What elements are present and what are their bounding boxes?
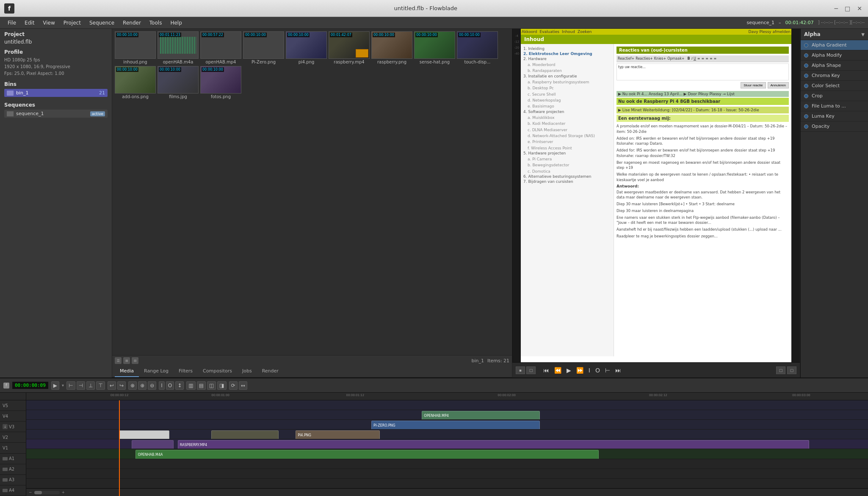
clip-pizero[interactable]: PI-ZERO.PNG <box>371 421 540 430</box>
monitor-btn-2[interactable]: □ <box>526 366 536 374</box>
tl-btn-snap[interactable]: ⊣ <box>77 381 85 390</box>
doc-highlight[interactable]: ▶ Lise Minet Weiterbildung: [02/04/22] -… <box>616 107 789 113</box>
tl-comp-btn2[interactable]: ▤ <box>197 381 206 390</box>
track-v1[interactable]: RASPBERRY.MP4 <box>26 439 868 449</box>
doc-reply-cancel-btn[interactable]: Annuleren <box>768 82 789 88</box>
doc-nav-evaluaties[interactable]: Evaluaties <box>540 30 560 34</box>
clip-pi4-1[interactable] <box>211 430 279 439</box>
menu-project[interactable]: Project <box>59 18 85 28</box>
menu-file[interactable]: File <box>3 18 20 28</box>
menu-view[interactable]: View <box>39 18 59 28</box>
tab-media[interactable]: Media <box>115 366 139 377</box>
filter-item-crop[interactable]: Crop <box>801 91 868 101</box>
media-item-openhab-audio[interactable]: 00:01:11:23 openHAB.m4a <box>158 31 199 64</box>
arrow-tool-btn[interactable]: ▶ <box>51 381 59 390</box>
filter-item-alpha-modify[interactable]: Alpha Modify <box>801 50 868 61</box>
filter-item-luma-key[interactable]: Luma Key <box>801 111 868 121</box>
tl-comp-btn1[interactable]: ▥ <box>186 381 195 390</box>
clip-pi4-png[interactable]: PI4.PNG <box>296 430 380 439</box>
tab-filters[interactable]: Filters <box>174 366 198 377</box>
v3-toggle[interactable]: ↓ <box>3 424 8 429</box>
menu-edit[interactable]: Edit <box>20 18 39 28</box>
doc-reply-input[interactable]: typ uw reactie... <box>616 63 789 80</box>
doc-post-title-1[interactable]: ▶ Nu ook Pi 4... Ansdag 13 April... ▶ Do… <box>616 91 789 97</box>
tl-zoom-plus[interactable]: + <box>62 490 65 494</box>
media-item-raspberry-png[interactable]: 00:00:10:00 raspberry.png <box>371 31 412 64</box>
media-item-sense-hat[interactable]: 00:00:10:00 sense-hat.png <box>414 31 455 64</box>
menu-help[interactable]: Help <box>166 18 186 28</box>
media-item-raspberry-video[interactable]: 00:01:42:07 raspberry.mp4 <box>329 31 370 64</box>
step-fwd-btn[interactable]: ⏩ <box>575 366 585 375</box>
doc-reply-send-btn[interactable]: Stuur reactie <box>741 82 766 88</box>
clip-v1-small[interactable] <box>132 440 174 449</box>
a1-mute-btn[interactable] <box>3 457 8 460</box>
menu-sequence[interactable]: Sequence <box>85 18 119 28</box>
tl-add-btn[interactable]: ⊕ <box>128 381 137 390</box>
tl-mark-out-btn[interactable]: O <box>166 381 174 390</box>
track-a3[interactable] <box>26 469 868 479</box>
filter-item-file-luma[interactable]: File Luma to ... <box>801 101 868 111</box>
clip-openhab-mp4[interactable]: OPENHAB.MP4 <box>422 411 539 420</box>
filter-item-opacity[interactable]: Opacity <box>801 121 868 132</box>
media-item-pi4[interactable]: 00:00:10:00 pi4.png <box>286 31 327 64</box>
a3-mute-btn[interactable] <box>3 478 8 482</box>
timeline-timecode[interactable]: 00:00:00:09 <box>12 381 49 389</box>
tl-redo-btn[interactable]: ↪ <box>117 381 126 390</box>
doc-nav-inhoud[interactable]: Inhoud <box>562 30 575 34</box>
filter-item-alpha-gradient[interactable]: Alpha Gradient <box>801 40 868 50</box>
tl-play-range-btn[interactable]: ↔ <box>239 381 247 390</box>
tl-btn-ripple[interactable]: ⊥ <box>86 381 95 390</box>
doc-nav-zoeken[interactable]: Zoeken <box>578 30 592 34</box>
monitor-btn-1[interactable]: ▪ <box>516 366 525 374</box>
media-details-icon[interactable]: ⊟ <box>132 357 138 364</box>
menu-tools[interactable]: Tools <box>145 18 166 28</box>
tl-zoom-out-btn[interactable]: ⊖ <box>148 381 156 390</box>
media-list-view-icon[interactable]: ☰ <box>115 357 122 364</box>
filter-item-chroma-key[interactable]: Chroma Key <box>801 71 868 81</box>
a4-mute-btn[interactable] <box>3 489 8 492</box>
tab-jobs[interactable]: Jobs <box>237 366 257 377</box>
tl-comp-btn4[interactable]: ◨ <box>217 381 226 390</box>
track-v5[interactable] <box>26 400 868 410</box>
play-btn[interactable]: ▶ <box>565 366 573 375</box>
tl-btn-overwrite[interactable]: ⊤ <box>96 381 105 390</box>
step-back-btn[interactable]: ⏪ <box>553 366 563 375</box>
tl-play-loop-btn[interactable]: ⟳ <box>229 381 238 390</box>
media-item-inhoud[interactable]: 00:00:10:00 inhoud.png <box>115 31 156 64</box>
filter-item-color-select[interactable]: Color Select <box>801 81 868 91</box>
tl-mark-btn[interactable]: I <box>159 381 165 390</box>
tl-btn-trim[interactable]: ⊢ <box>66 381 75 390</box>
media-item-addons[interactable]: 00:00:10:00 add-ons.png <box>115 66 156 99</box>
track-a2[interactable] <box>26 459 868 469</box>
tl-undo-btn[interactable]: ↩ <box>108 381 116 390</box>
mark-in-btn[interactable]: I <box>587 366 592 375</box>
go-start-btn[interactable]: ⏮ <box>542 366 551 375</box>
media-item-films[interactable]: 00:00:10:00 films.jpg <box>158 66 199 99</box>
filter-item-alpha-shape[interactable]: Alpha Shape <box>801 61 868 71</box>
sequence-item[interactable]: sequence_1 active <box>4 110 108 118</box>
media-item-fotos[interactable]: 00:00:10:00 fotos.png <box>200 66 241 99</box>
tl-zoom-minus[interactable]: − <box>29 490 32 494</box>
go-end-btn[interactable]: ⏭ <box>614 366 623 375</box>
restore-button[interactable]: □ <box>843 4 852 13</box>
tab-rangelog[interactable]: Range Log <box>139 366 174 377</box>
minimize-button[interactable]: ─ <box>833 4 840 13</box>
track-v4[interactable]: OPENHAB.MP4 <box>26 410 868 420</box>
track-v3[interactable]: PI-ZERO.PNG <box>26 420 868 430</box>
clip-white-1[interactable] <box>119 430 169 439</box>
tab-render[interactable]: Render <box>257 366 284 377</box>
close-button[interactable]: ✕ <box>855 4 864 13</box>
menu-render[interactable]: Render <box>119 18 145 28</box>
monitor-size-small[interactable]: □ <box>776 366 785 374</box>
track-a1[interactable]: OPENHAB.M4A <box>26 449 868 459</box>
track-v2[interactable]: PI4.PNG <box>26 430 868 439</box>
media-grid-view-icon[interactable]: ⊞ <box>123 357 130 364</box>
filter-dropdown-arrow[interactable]: ▼ <box>861 32 865 37</box>
tl-zoom-in-btn[interactable]: ⊕ <box>138 381 147 390</box>
clip-openhab-m4a[interactable]: OPENHAB.M4A <box>135 450 598 459</box>
a2-mute-btn[interactable] <box>3 468 8 471</box>
media-item-pizero[interactable]: 00:00:10:00 Pi-Zero.png <box>243 31 284 64</box>
clip-raspberry-mp4[interactable]: RASPBERRY.MP4 <box>178 440 809 449</box>
tab-compositors[interactable]: Compositors <box>198 366 237 377</box>
media-item-touch-display[interactable]: 00:00:10:00 touch-disp... <box>457 31 498 64</box>
